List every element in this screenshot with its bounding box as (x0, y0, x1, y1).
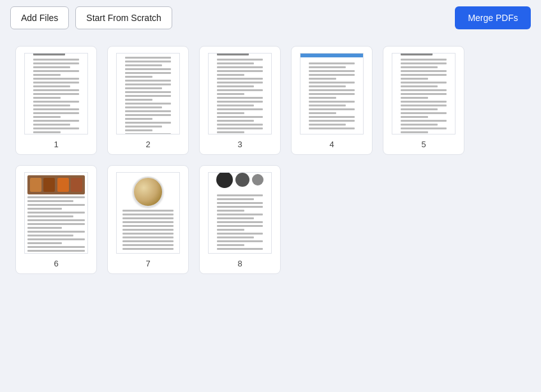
page-number: 8 (237, 259, 242, 268)
page-card[interactable]: 7 (107, 165, 189, 274)
page-number: 1 (54, 140, 58, 149)
page-thumbnail (24, 53, 88, 134)
page-thumbnail (116, 172, 180, 254)
page-number: 3 (237, 140, 242, 149)
start-from-scratch-button[interactable]: Start From Scratch (75, 6, 172, 29)
header-bar (300, 54, 363, 57)
page-thumbnail (208, 172, 272, 254)
page-thumbnail (392, 53, 456, 134)
page-thumbnail (300, 53, 364, 134)
page-card[interactable]: 5 (383, 46, 464, 155)
page-number: 7 (145, 259, 150, 268)
page-card[interactable]: 4 (291, 46, 373, 155)
page-card[interactable]: 1 (15, 46, 97, 155)
page-thumbnail (116, 53, 180, 134)
page-thumbnail (208, 53, 272, 134)
page-number: 5 (421, 140, 426, 149)
page-number: 4 (329, 140, 334, 149)
page-thumbnail (24, 172, 88, 254)
page-card[interactable]: 6 (15, 165, 97, 274)
page-card[interactable]: 3 (199, 46, 281, 155)
toolbar: Add Files Start From Scratch Merge PDFs (0, 0, 541, 36)
pages-grid: 1 (0, 36, 541, 284)
page-card[interactable]: 2 (107, 46, 189, 155)
merge-pdfs-button[interactable]: Merge PDFs (455, 6, 531, 29)
add-files-button[interactable]: Add Files (10, 6, 69, 29)
page-card[interactable]: 8 (199, 165, 281, 274)
page-number: 2 (145, 140, 150, 149)
page-number: 6 (54, 259, 58, 268)
